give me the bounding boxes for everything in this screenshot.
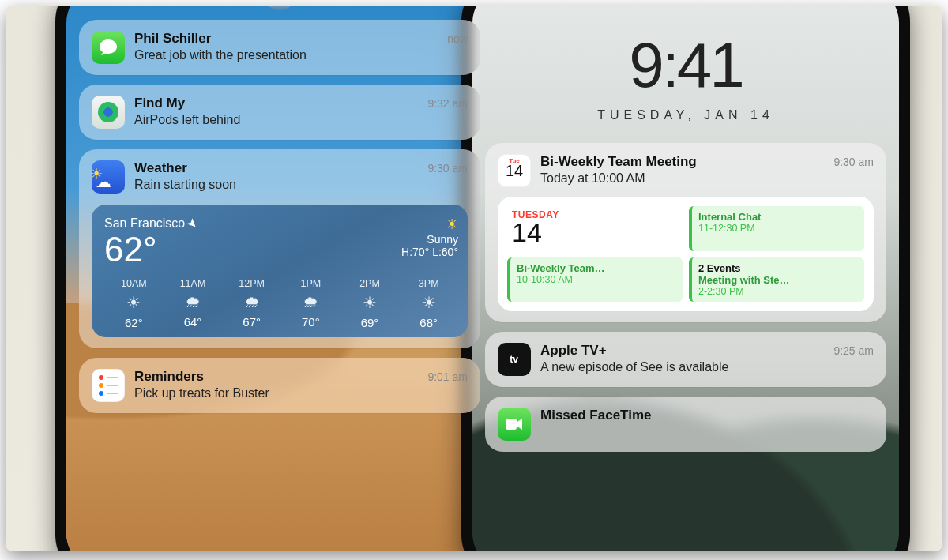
facetime-icon <box>498 408 531 441</box>
notification-body: AirPods left behind <box>134 113 418 127</box>
sun-icon: ☀ <box>340 293 400 312</box>
messages-icon <box>92 31 125 64</box>
notification-title: Reminders <box>134 369 418 385</box>
notification-findmy[interactable]: Find My AirPods left behind 9:32 am <box>79 85 480 140</box>
notification-messages[interactable]: Phil Schiller Great job with the present… <box>79 20 480 75</box>
calendar-today: TUESDAY 14 <box>507 206 683 251</box>
notification-time: 9:30 am <box>833 154 874 168</box>
rain-icon: 🌧 <box>164 293 223 311</box>
right-lock-screen[interactable]: 9:41 TUESDAY, JAN 14 Tue 14 Bi-Weekly Te… <box>472 6 899 551</box>
left-lock-screen[interactable]: 6 Phil Schiller Great job with the prese… <box>66 6 493 551</box>
calendar-event[interactable]: Internal Chat 11-12:30 PM <box>689 206 864 251</box>
notification-facetime[interactable]: Missed FaceTime <box>485 397 886 452</box>
notification-title: Bi-Weekly Team Meeting <box>540 154 824 170</box>
right-phone-frame: 9:41 TUESDAY, JAN 14 Tue 14 Bi-Weekly Te… <box>461 6 910 551</box>
notification-body: Rain starting soon <box>134 178 418 192</box>
notification-title: Apple TV+ <box>540 343 824 359</box>
notification-reminders[interactable]: Reminders Pick up treats for Buster 9:01… <box>79 358 480 413</box>
notification-appletv[interactable]: Apple TV+ A new episode of See is availa… <box>485 332 886 387</box>
notification-time: 9:32 am <box>427 96 468 110</box>
calendar-event[interactable]: 2 Events Meeting with Ste… 2-2:30 PM <box>689 257 864 302</box>
notification-time: 9:01 am <box>427 369 468 383</box>
weather-condition: ☀ Sunny H:70° L:60° <box>401 216 458 258</box>
rain-icon: 🌧 <box>281 293 340 311</box>
weather-hourly: 10AM☀62° 11AM🌧64° 12PM🌧67° 1PM🌧70° 2PM☀6… <box>104 278 458 329</box>
notification-time: 9:30 am <box>427 160 468 175</box>
lock-date: TUESDAY, JAN 14 <box>485 108 886 122</box>
calendar-event[interactable]: Bi-Weekly Team… 10-10:30 AM <box>507 257 683 302</box>
notification-title: Find My <box>134 96 418 111</box>
weather-icon <box>92 160 125 194</box>
weather-location: San Francisco➤ <box>104 216 198 231</box>
date-badge: 6 <box>263 6 296 10</box>
calendar-icon: Tue 14 <box>498 154 531 187</box>
weather-widget[interactable]: San Francisco➤ 62° ☀ Sunny H:70° L:60° <box>92 205 468 337</box>
notification-body: Pick up treats for Buster <box>134 386 418 400</box>
sun-icon: ☀ <box>399 293 458 312</box>
weather-temp: 62° <box>104 232 198 267</box>
appletv-icon <box>498 343 531 376</box>
notification-body: Today at 10:00 AM <box>540 171 824 186</box>
findmy-icon <box>92 96 125 129</box>
rain-icon: 🌧 <box>222 293 281 311</box>
notification-body: A new episode of See is available <box>540 360 824 374</box>
notification-calendar[interactable]: Tue 14 Bi-Weekly Team Meeting Today at 1… <box>485 143 886 322</box>
sun-icon: ☀ <box>104 293 164 312</box>
notification-title: Missed FaceTime <box>540 408 874 423</box>
reminders-icon <box>92 369 125 402</box>
notification-body: Great job with the presentation <box>134 48 438 62</box>
svg-rect-0 <box>506 419 517 430</box>
lock-clock: 9:41 TUESDAY, JAN 14 <box>485 29 886 122</box>
calendar-widget[interactable]: TUESDAY 14 Internal Chat 11-12:30 PM Bi-… <box>498 197 874 311</box>
notification-title: Weather <box>134 160 418 176</box>
notification-time: now <box>447 31 468 45</box>
location-arrow-icon: ➤ <box>183 214 201 232</box>
notification-time: 9:25 am <box>833 343 874 357</box>
notification-weather[interactable]: Weather Rain starting soon 9:30 am San F… <box>79 149 480 348</box>
sun-icon: ☀ <box>401 216 458 233</box>
notification-title: Phil Schiller <box>134 31 438 47</box>
left-phone-frame: 6 Phil Schiller Great job with the prese… <box>55 6 504 551</box>
